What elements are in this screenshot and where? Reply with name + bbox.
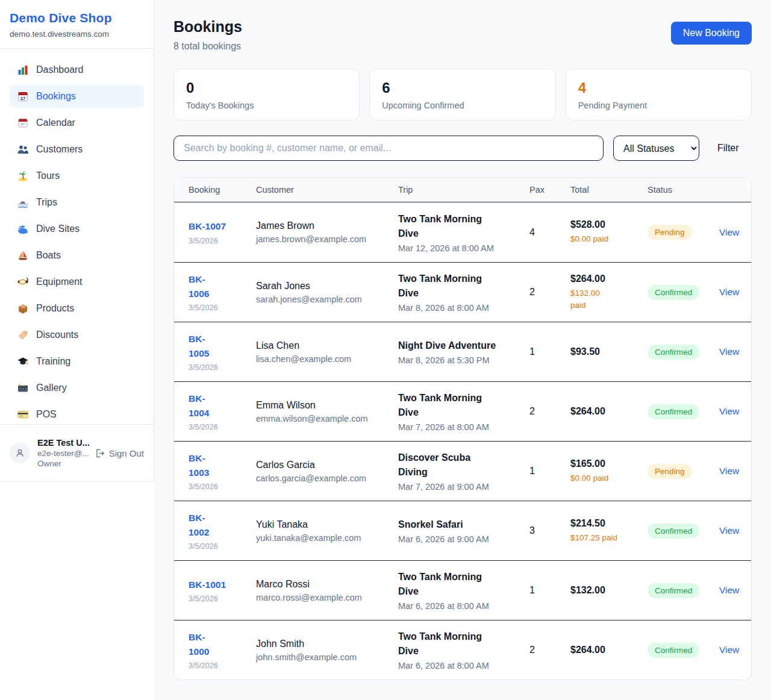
sidebar-item-bookings[interactable]: 17 Bookings xyxy=(10,85,144,108)
customer-email: yuki.tanaka@example.com xyxy=(256,533,378,543)
status-badge: Confirmed xyxy=(648,285,699,300)
table-header-row: Booking Customer Trip Pax Total Status xyxy=(174,178,751,202)
total-amount: $264.00 xyxy=(570,406,627,417)
sidebar-item-dive-sites[interactable]: Dive Sites xyxy=(10,217,144,240)
booking-date: 3/5/2026 xyxy=(189,363,236,372)
search-input[interactable] xyxy=(173,136,604,161)
sidebar-item-label: Discounts xyxy=(36,330,78,340)
view-booking-link[interactable]: View xyxy=(719,227,745,238)
trip-datetime: Mar 6, 2026 at 9:00 AM xyxy=(398,534,509,544)
sidebar-item-trips[interactable]: Trips xyxy=(10,191,144,214)
tear-off-calendar-icon xyxy=(17,117,29,129)
new-booking-button[interactable]: New Booking xyxy=(671,22,752,45)
view-booking-link[interactable]: View xyxy=(719,525,745,536)
sidebar-item-training[interactable]: Training xyxy=(10,350,144,373)
status-badge: Pending xyxy=(648,464,692,479)
trip-datetime: Mar 8, 2026 at 8:00 AM xyxy=(398,303,509,313)
sidebar-item-customers[interactable]: Customers xyxy=(10,138,144,161)
pax-count: 2 xyxy=(529,287,550,298)
sidebar-item-products[interactable]: Products xyxy=(10,297,144,320)
shop-domain: demo.test.divestreams.com xyxy=(10,30,144,39)
camera-icon xyxy=(17,382,29,394)
app-root: Demo Dive Shop demo.test.divestreams.com… xyxy=(0,0,771,700)
customer-name: Carlos Garcia xyxy=(256,460,378,470)
booking-number-link[interactable]: BK- 1000 xyxy=(189,630,236,659)
customer-email: john.smith@example.com xyxy=(256,652,378,662)
status-select[interactable]: All Statuses xyxy=(613,136,699,161)
table-row: BK- 1002 3/5/2026 Yuki Tanaka yuki.tanak… xyxy=(174,501,751,560)
customer-email: emma.wilson@example.com xyxy=(256,414,378,423)
booking-date: 3/5/2026 xyxy=(189,661,236,670)
sidebar-item-label: Customers xyxy=(36,144,83,155)
table-row: BK- 1004 3/5/2026 Emma Wilson emma.wilso… xyxy=(174,381,751,441)
user-info: E2E Test U... e2e-tester@... Owner xyxy=(37,438,87,468)
sidebar-item-discounts[interactable]: Discounts xyxy=(10,323,144,346)
pax-count: 2 xyxy=(529,645,550,655)
total-amount: $264.00 xyxy=(570,273,627,284)
column-header-status: Status xyxy=(633,178,705,202)
stat-card-upcoming-confirmed: 6 Upcoming Confirmed xyxy=(369,69,555,120)
booking-number-link[interactable]: BK-1007 xyxy=(189,219,236,234)
total-amount: $93.50 xyxy=(570,346,627,357)
view-booking-link[interactable]: View xyxy=(719,645,745,655)
paid-amount: $132.00 paid xyxy=(570,287,627,311)
sidebar-nav: Dashboard 17 Bookings Calendar Customers… xyxy=(0,49,154,439)
table-row: BK- 1003 3/5/2026 Carlos Garcia carlos.g… xyxy=(174,441,751,501)
pax-count: 4 xyxy=(529,227,550,238)
view-booking-link[interactable]: View xyxy=(719,287,745,298)
sidebar-header: Demo Dive Shop demo.test.divestreams.com xyxy=(0,0,154,49)
filter-button[interactable]: Filter xyxy=(709,143,748,154)
booking-number-link[interactable]: BK-1001 xyxy=(189,578,236,592)
sidebar-item-tours[interactable]: Tours xyxy=(10,164,144,187)
booking-number-link[interactable]: BK- 1002 xyxy=(189,511,236,540)
customer-email: marco.rossi@example.com xyxy=(256,593,378,602)
table-body: BK-1007 3/5/2026 James Brown james.brown… xyxy=(174,202,751,680)
credit-card-icon xyxy=(17,408,29,420)
table-row: BK- 1005 3/5/2026 Lisa Chen lisa.chen@ex… xyxy=(174,322,751,381)
view-booking-link[interactable]: View xyxy=(719,346,745,357)
sidebar-item-equipment[interactable]: Equipment xyxy=(10,270,144,293)
total-amount: $214.50 xyxy=(570,518,627,529)
main-content: Bookings 8 total bookings New Booking 0 … xyxy=(154,0,771,700)
trip-name: Two Tank Morning Dive xyxy=(398,391,509,420)
trip-name: Two Tank Morning Dive xyxy=(398,630,509,658)
sidebar-item-label: Training xyxy=(36,356,70,367)
column-header-actions xyxy=(705,178,751,202)
total-amount: $165.00 xyxy=(570,458,627,469)
booking-date: 3/5/2026 xyxy=(189,595,236,603)
pax-count: 1 xyxy=(529,346,550,357)
sidebar-item-calendar[interactable]: Calendar xyxy=(10,111,144,134)
sidebar-item-pos[interactable]: POS xyxy=(10,403,144,426)
stat-label: Upcoming Confirmed xyxy=(382,101,543,110)
total-amount: $528.00 xyxy=(570,219,627,230)
view-booking-link[interactable]: View xyxy=(719,585,745,596)
total-amount: $264.00 xyxy=(570,645,627,655)
paid-amount: $0.00 paid xyxy=(570,233,627,245)
booking-number-link[interactable]: BK- 1004 xyxy=(189,392,236,420)
trip-name: Two Tank Morning Dive xyxy=(398,570,509,599)
stat-card-pending-payment: 4 Pending Payment xyxy=(566,69,752,120)
speedboat-icon xyxy=(17,196,29,208)
sidebar-item-label: Bookings xyxy=(36,91,76,102)
trip-name: Night Dive Adventure xyxy=(398,339,509,353)
view-booking-link[interactable]: View xyxy=(719,406,745,417)
view-booking-link[interactable]: View xyxy=(719,466,745,477)
sidebar-item-label: Dive Sites xyxy=(36,223,80,234)
diving-mask-icon xyxy=(17,276,29,288)
sidebar-item-label: Trips xyxy=(36,197,57,208)
avatar xyxy=(10,443,30,463)
sidebar-item-dashboard[interactable]: Dashboard xyxy=(10,58,144,81)
filter-row: All Statuses Filter xyxy=(173,136,752,161)
customer-email: lisa.chen@example.com xyxy=(256,354,378,364)
trip-name: Two Tank Morning Dive xyxy=(398,212,509,241)
trip-name: Snorkel Safari xyxy=(398,517,509,532)
trip-datetime: Mar 6, 2026 at 8:00 AM xyxy=(398,661,509,670)
booking-number-link[interactable]: BK- 1003 xyxy=(189,451,236,480)
booking-number-link[interactable]: BK- 1006 xyxy=(189,272,236,301)
sidebar-item-boats[interactable]: Boats xyxy=(10,244,144,267)
sidebar-item-gallery[interactable]: Gallery xyxy=(10,377,144,399)
booking-number-link[interactable]: BK- 1005 xyxy=(189,332,236,361)
sign-out-button[interactable]: Sign Out xyxy=(95,448,144,458)
sign-out-label: Sign Out xyxy=(109,448,144,458)
people-icon xyxy=(17,143,29,155)
